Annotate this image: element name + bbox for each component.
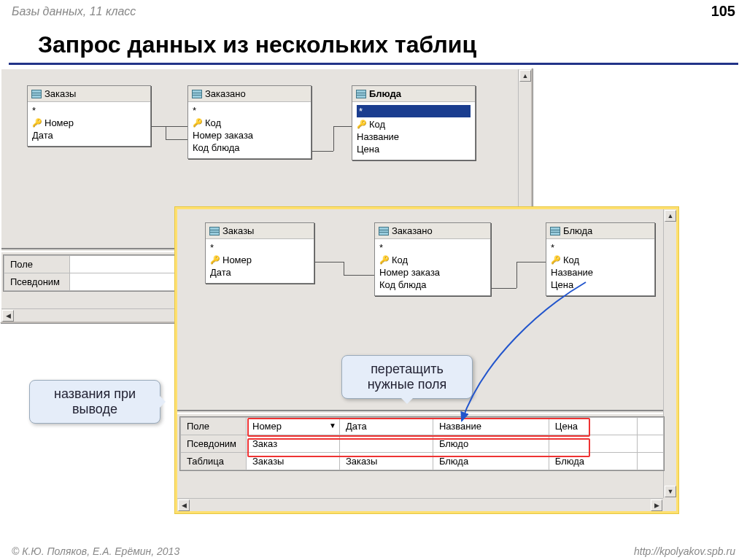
table-icon bbox=[550, 227, 560, 236]
table-title: Блюда bbox=[352, 86, 475, 102]
grid-cell[interactable] bbox=[637, 418, 663, 435]
grid-cell[interactable]: Цена bbox=[549, 418, 637, 435]
grid-label-alias: Псевдоним bbox=[181, 435, 247, 453]
drag-arrow-icon bbox=[454, 279, 600, 424]
grid-row-field: Поле Номер▼ Дата Название Цена bbox=[181, 418, 664, 435]
callout-aliases: названия при выводе bbox=[29, 380, 160, 424]
key-icon: 🔑 bbox=[210, 255, 220, 265]
field-nazvanie[interactable]: Название bbox=[357, 131, 471, 143]
query-grid-front[interactable]: Поле Номер▼ Дата Название Цена Псевдоним… bbox=[179, 416, 665, 471]
field-star[interactable]: * bbox=[193, 104, 306, 117]
scroll-up-icon[interactable]: ▲ bbox=[665, 210, 676, 222]
field-nomer[interactable]: 🔑Номер bbox=[210, 254, 309, 266]
field-data[interactable]: Дата bbox=[210, 266, 309, 279]
key-icon: 🔑 bbox=[357, 120, 367, 129]
field-cena[interactable]: Цена bbox=[551, 279, 650, 291]
field-kod[interactable]: 🔑Код bbox=[357, 118, 471, 131]
slide-header: Базы данных, 11 класс 105 bbox=[0, 0, 747, 23]
field-star-selected[interactable]: * bbox=[357, 104, 471, 118]
table-icon bbox=[379, 227, 389, 236]
grid-cell[interactable] bbox=[549, 435, 637, 453]
grid-cell[interactable] bbox=[637, 435, 663, 453]
scroll-right-icon[interactable]: ▶ bbox=[651, 499, 662, 511]
table-icon bbox=[209, 227, 220, 236]
field-kod-bluda[interactable]: Код блюда bbox=[193, 141, 306, 154]
grid-cell[interactable]: Название bbox=[433, 418, 549, 435]
content: ▲▼ ◀▶ Заказы * 🔑Номер Дата Заказано * 🔑К… bbox=[0, 65, 747, 532]
grid-cell[interactable]: Блюда bbox=[549, 453, 637, 470]
scroll-left-icon[interactable]: ◀ bbox=[178, 499, 190, 511]
field-star[interactable]: * bbox=[210, 241, 309, 254]
table-box-orders[interactable]: Заказы * 🔑Номер Дата bbox=[27, 85, 151, 147]
field-star[interactable]: * bbox=[551, 241, 650, 254]
field-nomer-zakaza[interactable]: Номер заказа bbox=[379, 266, 486, 279]
key-icon: 🔑 bbox=[551, 255, 561, 265]
field-kod[interactable]: 🔑Код bbox=[193, 117, 306, 129]
table-icon bbox=[31, 90, 42, 98]
table-box-ordered[interactable]: Заказано * 🔑Код Номер заказа Код блюда bbox=[374, 222, 491, 296]
table-title: Заказано bbox=[188, 86, 311, 102]
field-nazvanie[interactable]: Название bbox=[551, 266, 650, 279]
grid-row-table: Таблица Заказы Заказы Блюда Блюда bbox=[181, 453, 664, 470]
field-star[interactable]: * bbox=[379, 241, 486, 254]
grid-cell[interactable]: Блюда bbox=[433, 453, 549, 470]
grid-cell[interactable]: Заказы bbox=[339, 453, 433, 470]
field-kod-bluda[interactable]: Код блюда bbox=[379, 279, 486, 291]
grid-cell[interactable]: Блюдо bbox=[433, 435, 549, 453]
footer-copyright: © К.Ю. Поляков, Е.А. Ерёмин, 2013 bbox=[12, 545, 179, 557]
query-designer-front: ▲▼ ◀▶ Заказы * 🔑Номер Дата Заказано * 🔑К… bbox=[175, 207, 678, 513]
grid-cell[interactable]: Дата bbox=[339, 418, 433, 435]
split-bar[interactable] bbox=[177, 410, 663, 414]
header-page: 105 bbox=[711, 3, 735, 20]
slide-title: Запрос данных из нескольких таблиц bbox=[9, 23, 738, 65]
table-box-dishes[interactable]: Блюда * 🔑Код Название Цена bbox=[546, 222, 655, 296]
key-icon: 🔑 bbox=[32, 118, 42, 128]
grid-row-alias: Псевдоним Заказ Блюдо bbox=[181, 435, 664, 453]
field-data[interactable]: Дата bbox=[32, 129, 146, 141]
grid-cell[interactable] bbox=[339, 435, 433, 453]
table-box-ordered[interactable]: Заказано * 🔑Код Номер заказа Код блюда bbox=[187, 85, 311, 159]
grid-cell[interactable]: Номер▼ bbox=[247, 418, 340, 435]
table-icon bbox=[192, 90, 202, 98]
field-kod[interactable]: 🔑Код bbox=[379, 254, 486, 266]
table-title: Заказы bbox=[28, 86, 150, 102]
dropdown-icon[interactable]: ▼ bbox=[329, 421, 336, 429]
header-topic: Базы данных, 11 класс bbox=[12, 5, 136, 18]
field-nomer-zakaza[interactable]: Номер заказа bbox=[193, 129, 306, 141]
grid-cell[interactable]: Заказы bbox=[247, 453, 340, 470]
grid-label-table: Таблица bbox=[181, 453, 247, 470]
grid-label-field: Поле bbox=[181, 418, 247, 435]
grid-label-alias: Псевдоним bbox=[4, 273, 70, 291]
scroll-up-icon[interactable]: ▲ bbox=[519, 70, 531, 82]
scroll-left-icon[interactable]: ◀ bbox=[2, 310, 14, 322]
field-cena[interactable]: Цена bbox=[357, 143, 471, 155]
field-star[interactable]: * bbox=[32, 104, 146, 117]
table-icon bbox=[356, 90, 366, 98]
field-kod[interactable]: 🔑Код bbox=[551, 254, 650, 266]
grid-cell[interactable] bbox=[637, 453, 663, 470]
table-title: Заказано bbox=[375, 223, 490, 239]
field-nomer[interactable]: 🔑Номер bbox=[32, 117, 146, 129]
query-grid-back[interactable]: Поле Псевдоним bbox=[3, 254, 185, 292]
callout-drag-fields: перетащить нужные поля bbox=[341, 355, 473, 399]
slide-footer: © К.Ю. Поляков, Е.А. Ерёмин, 2013 http:/… bbox=[0, 545, 747, 557]
grid-cell[interactable]: Заказ bbox=[247, 435, 340, 453]
footer-url: http://kpolyakov.spb.ru bbox=[634, 545, 735, 557]
table-box-orders[interactable]: Заказы * 🔑Номер Дата bbox=[205, 222, 314, 284]
table-title: Заказы bbox=[206, 223, 314, 239]
table-title: Блюда bbox=[546, 223, 654, 239]
scrollbar-v[interactable]: ▲▼ bbox=[663, 209, 676, 498]
scrollbar-h[interactable]: ◀▶ bbox=[177, 498, 663, 511]
key-icon: 🔑 bbox=[379, 255, 390, 265]
table-box-dishes[interactable]: Блюда * 🔑Код Название Цена bbox=[352, 85, 476, 160]
key-icon: 🔑 bbox=[193, 118, 203, 128]
scroll-down-icon[interactable]: ▼ bbox=[665, 486, 676, 497]
grid-label-field: Поле bbox=[4, 256, 70, 273]
